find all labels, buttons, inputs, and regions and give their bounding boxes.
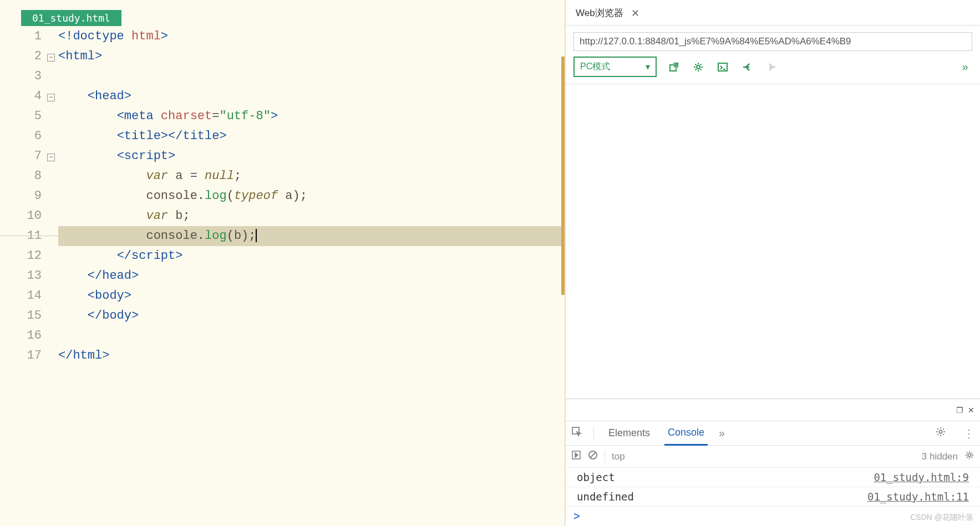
browser-tab-label: Web浏览器	[576, 7, 623, 19]
editor-scrollbar[interactable]	[561, 57, 565, 295]
svg-point-1	[697, 65, 700, 69]
forward-arrow-icon[interactable]	[764, 60, 779, 74]
fold-toggle[interactable]: −	[47, 154, 55, 161]
line-number-gutter: 1234567891011121314151617	[0, 27, 47, 526]
console-message: undefined	[577, 491, 867, 503]
play-icon[interactable]	[571, 450, 581, 463]
browser-viewport	[566, 84, 980, 399]
fold-column: −−−	[47, 27, 58, 526]
tab-elements[interactable]: Elements	[605, 422, 653, 445]
inspect-icon[interactable]	[571, 426, 582, 440]
separator	[593, 427, 594, 440]
gear-icon[interactable]	[936, 427, 946, 440]
gear-icon[interactable]	[691, 60, 705, 74]
browser-pane: Web浏览器 ✕ http://127.0.0.1:8848/01_js%E7%…	[565, 0, 980, 526]
console-icon[interactable]	[715, 60, 730, 74]
console-row: undefined01_study.html:11	[566, 487, 980, 507]
devtools-panel: ❐ ✕ Elements Console » ⋮ top	[566, 399, 980, 526]
back-arrow-icon[interactable]	[740, 60, 754, 74]
kebab-icon[interactable]: ⋮	[963, 427, 974, 440]
editor-pane: 01_study.html 1234567891011121314151617 …	[0, 0, 565, 526]
more-icon[interactable]: »	[958, 60, 972, 74]
svg-point-4	[939, 430, 942, 433]
clear-icon[interactable]	[588, 450, 598, 463]
url-input[interactable]: http://127.0.0.1:8848/01_js%E7%9A%84%E5%…	[573, 32, 972, 51]
editor-tab-bar: 01_study.html	[0, 0, 565, 27]
code-area[interactable]: <!doctype html><html> <head> <meta chars…	[58, 27, 565, 526]
svg-point-8	[968, 453, 971, 456]
console-message: object	[577, 471, 874, 483]
svg-rect-2	[718, 63, 727, 71]
fold-toggle[interactable]: −	[47, 54, 55, 62]
dock-icon[interactable]: ❐	[956, 406, 963, 415]
console-output: object01_study.html:9undefined01_study.h…	[566, 468, 980, 507]
console-filter-bar: top 3 hidden	[566, 446, 980, 468]
hidden-count: 3 hidden	[922, 451, 958, 462]
browser-tab-bar: Web浏览器 ✕	[566, 0, 980, 25]
console-source-link[interactable]: 01_study.html:9	[874, 471, 969, 483]
open-external-icon[interactable]	[667, 60, 681, 74]
fold-toggle[interactable]: −	[47, 94, 55, 101]
tab-console[interactable]: Console	[664, 421, 708, 446]
svg-line-7	[590, 452, 596, 458]
devtools-titlebar: ❐ ✕	[566, 399, 980, 421]
context-selector[interactable]: top	[612, 451, 625, 462]
close-icon[interactable]: ✕	[968, 406, 974, 415]
browser-toolbar: PC模式 ▾ »	[566, 57, 980, 84]
editor-tab[interactable]: 01_study.html	[21, 10, 121, 26]
gear-icon[interactable]	[964, 450, 974, 463]
separator	[605, 451, 605, 463]
mode-label: PC模式	[580, 61, 610, 73]
more-tabs-icon[interactable]: »	[719, 427, 725, 440]
devtools-tabs: Elements Console » ⋮	[566, 421, 980, 446]
code-editor[interactable]: 1234567891011121314151617 −−− <!doctype …	[0, 27, 565, 526]
watermark: CSDN @花随叶落	[910, 513, 973, 523]
mode-select[interactable]: PC模式 ▾	[573, 57, 657, 77]
close-icon[interactable]: ✕	[631, 7, 639, 19]
browser-tab[interactable]: Web浏览器 ✕	[566, 2, 649, 25]
chevron-down-icon: ▾	[646, 62, 650, 72]
console-source-link[interactable]: 01_study.html:11	[867, 491, 969, 503]
console-row: object01_study.html:9	[566, 468, 980, 487]
